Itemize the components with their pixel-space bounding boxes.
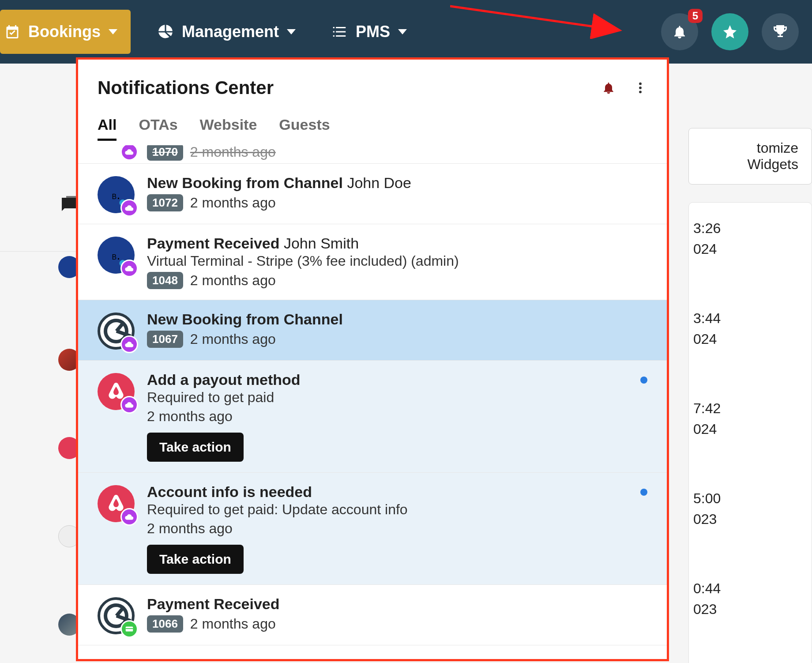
take-action-button[interactable]: Take action xyxy=(147,433,244,462)
notification-time: 2 months ago xyxy=(190,616,276,632)
svg-rect-5 xyxy=(126,628,133,629)
notification-time: 2 months ago xyxy=(147,520,233,537)
bg-year: 024 xyxy=(693,331,812,347)
notification-id-badge: 1066 xyxy=(147,615,183,633)
notification-item[interactable]: B.Payment Received John SmithVirtual Ter… xyxy=(78,224,667,300)
bg-left-partial xyxy=(0,168,84,653)
bg-year: 023 xyxy=(693,601,812,618)
bg-time: 5:00 xyxy=(693,490,812,507)
nav-pms[interactable]: PMS xyxy=(331,23,407,41)
bg-right-partial: tomize Widgets 3:260243:440247:420245:00… xyxy=(688,128,812,658)
more-vertical-icon[interactable] xyxy=(633,81,647,95)
notification-who: John Smith xyxy=(284,235,359,252)
notifications-panel: Notifications Center AllOTAsWebsiteGuest… xyxy=(76,57,669,661)
notification-time: 2 months ago xyxy=(147,408,233,425)
bg-year: 024 xyxy=(693,241,812,257)
notification-id-badge: 1072 xyxy=(147,194,183,211)
notification-time: 2 months ago xyxy=(190,331,276,347)
unread-dot-icon xyxy=(640,489,647,496)
notifications-button[interactable]: 5 xyxy=(661,13,698,50)
notification-item[interactable]: B.New Booking from Channel John Doe10722… xyxy=(78,164,667,224)
trophy-icon xyxy=(772,24,788,40)
notification-time: 2 months ago xyxy=(190,272,276,289)
notification-title: Add a payout method xyxy=(147,371,301,388)
bg-time: 7:42 xyxy=(693,400,812,417)
notification-time: 2 months ago xyxy=(190,195,276,211)
notification-id-badge: 1067 xyxy=(147,331,183,348)
pie-chart-icon xyxy=(157,23,174,40)
svg-point-3 xyxy=(639,90,642,93)
notification-description: Virtual Terminal - Stripe (3% fee includ… xyxy=(147,253,647,269)
svg-point-1 xyxy=(639,83,642,85)
notification-item[interactable]: Account info is neededRequired to get pa… xyxy=(78,473,667,585)
svg-point-2 xyxy=(639,87,642,89)
bg-year: 023 xyxy=(693,511,812,527)
notification-item[interactable]: Payment Received10662 months ago xyxy=(78,585,667,645)
tab-otas[interactable]: OTAs xyxy=(139,116,177,141)
tab-all[interactable]: All xyxy=(98,116,117,141)
notification-id-badge: 1070 xyxy=(147,145,183,161)
cloud-badge-icon xyxy=(120,145,138,161)
notification-description: Required to get paid: Update account inf… xyxy=(147,501,647,518)
nav-management-label: Management xyxy=(182,23,279,41)
bg-time: 0:44 xyxy=(693,580,812,597)
chevron-down-icon xyxy=(287,29,296,34)
notification-title: Payment Received xyxy=(147,235,280,252)
nav-bookings-label: Bookings xyxy=(28,23,101,41)
bg-year: 024 xyxy=(693,421,812,437)
cloud-badge-icon xyxy=(120,199,138,217)
notification-title: New Booking from Channel xyxy=(147,311,343,328)
take-action-button[interactable]: Take action xyxy=(147,545,244,574)
achievements-button[interactable] xyxy=(762,13,799,50)
star-icon xyxy=(722,24,738,40)
customize-widgets-button[interactable]: tomize Widgets xyxy=(688,128,812,185)
nav-pms-label: PMS xyxy=(356,23,390,41)
cloud-badge-icon xyxy=(120,335,138,353)
cloud-badge-icon xyxy=(120,396,138,414)
nav-right: 5 xyxy=(661,13,799,50)
bell-icon xyxy=(672,24,688,40)
nav-bookings[interactable]: Bookings xyxy=(0,10,131,54)
favorites-button[interactable] xyxy=(711,13,748,50)
notification-item[interactable]: New Booking from Channel10672 months ago xyxy=(78,300,667,361)
notification-id-badge: 1048 xyxy=(147,272,183,289)
tab-website[interactable]: Website xyxy=(200,116,257,141)
notification-title: Payment Received xyxy=(147,595,280,612)
card-badge-icon xyxy=(120,620,138,638)
bg-time: 3:26 xyxy=(693,220,812,237)
top-nav: Bookings Management PMS 5 xyxy=(0,0,812,64)
panel-title: Notifications Center xyxy=(98,77,274,98)
notification-time: 2 months ago xyxy=(190,145,276,160)
panel-pointer xyxy=(619,57,632,60)
cloud-badge-icon xyxy=(120,508,138,526)
notification-title: Account info is needed xyxy=(147,483,312,500)
list-check-icon xyxy=(331,23,348,40)
notification-item[interactable]: 1070 2 months ago xyxy=(78,145,667,164)
notification-description: Required to get paid xyxy=(147,389,647,406)
notification-title: New Booking from Channel xyxy=(147,174,343,191)
chevron-down-icon xyxy=(398,29,407,34)
unread-dot-icon xyxy=(640,377,647,384)
nav-management[interactable]: Management xyxy=(157,23,296,41)
notification-item[interactable]: Add a payout methodRequired to get paid2… xyxy=(78,361,667,473)
bg-time: 3:44 xyxy=(693,310,812,327)
notification-who: John Doe xyxy=(347,174,411,191)
tab-guests[interactable]: Guests xyxy=(279,116,330,141)
notification-tabs: AllOTAsWebsiteGuests xyxy=(98,116,647,141)
chevron-down-icon xyxy=(109,29,117,34)
calendar-check-icon xyxy=(4,24,20,40)
bell-icon[interactable] xyxy=(601,81,616,95)
cloud-badge-icon xyxy=(120,260,138,277)
notification-count-badge: 5 xyxy=(688,9,703,23)
